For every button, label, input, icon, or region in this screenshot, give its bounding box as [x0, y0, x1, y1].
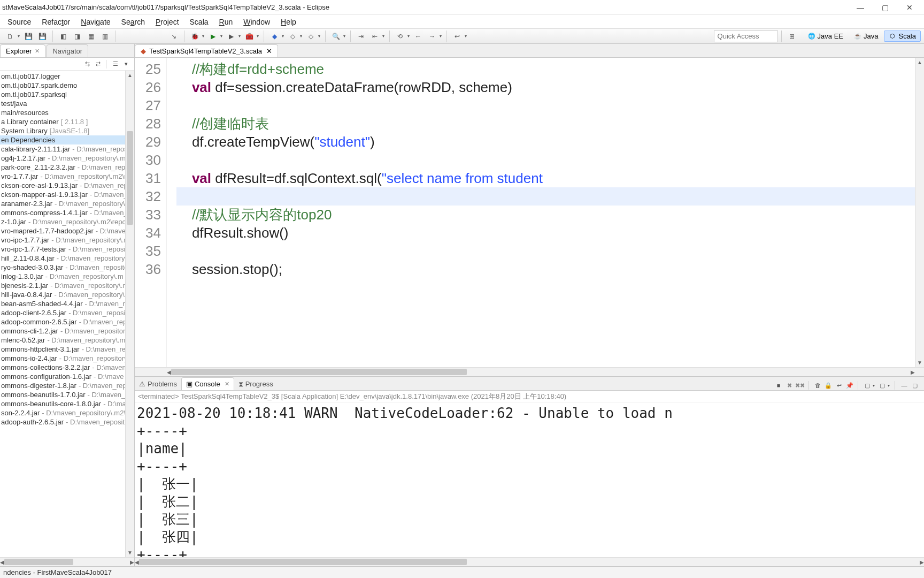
maximize-view-button[interactable]: ▢ [910, 381, 920, 390]
dropdown-icon[interactable]: ▾ [17, 34, 21, 39]
tab-explorer[interactable]: Explorer ✕ [0, 44, 45, 57]
scroll-up-button[interactable]: ▲ [915, 58, 924, 67]
tree-item-jar[interactable]: hill-java-0.8.4.jar - D:\maven_repositor… [0, 290, 125, 299]
close-button[interactable]: ✕ [897, 1, 922, 14]
console-word-wrap-button[interactable]: ↩ [834, 381, 844, 390]
menu-window[interactable]: Window [238, 16, 275, 28]
new-class-button[interactable]: ◧ [57, 31, 69, 42]
tree-item-jar[interactable]: son-2.2.4.jar - D:\maven_repository\.m2\ [0, 408, 125, 417]
tree-horizontal-scrollbar[interactable]: ◀ ▶ [0, 557, 134, 566]
tree-item-jar[interactable]: ommons-digester-1.8.jar - D:\maven_rep [0, 381, 125, 390]
close-icon[interactable]: ✕ [225, 381, 229, 387]
toggle-mark-button[interactable]: ⟲ [394, 31, 406, 42]
dropdown-icon[interactable]: ▾ [887, 383, 891, 388]
close-icon[interactable]: ✕ [266, 47, 272, 55]
dropdown-icon[interactable]: ▾ [464, 34, 468, 39]
dropdown-icon[interactable]: ▾ [256, 34, 260, 39]
menu-help[interactable]: Help [275, 16, 302, 28]
console-remove-button[interactable]: ✖ [784, 381, 794, 390]
scroll-thumb[interactable] [171, 369, 467, 375]
tree-item-jar[interactable]: adoop-auth-2.6.5.jar - D:\maven_reposit [0, 417, 125, 427]
new-doc-button[interactable]: ◇ [305, 31, 317, 42]
tree-item-jar[interactable]: vro-ipc-1.7.7-tests.jar - D:\maven_repos… [0, 245, 125, 254]
tab-problems[interactable]: ⚠Problems [135, 377, 181, 390]
skip-breakpoints-button[interactable]: ↘ [168, 31, 180, 42]
tab-navigator[interactable]: Navigator [47, 44, 88, 57]
editor-tab-active[interactable]: ◆ TestSparkSql4TempTableV2_3.scala ✕ [135, 44, 278, 57]
console-horizontal-scrollbar[interactable]: ◀ ▶ [135, 557, 924, 566]
console-pin-button[interactable]: 📌 [845, 381, 854, 390]
dropdown-icon[interactable]: ▾ [299, 34, 304, 39]
package-explorer-tree[interactable]: om.tl.job017.loggerom.tl.job017.spark.de… [0, 71, 125, 557]
external-tools-button[interactable]: 🧰 [243, 31, 255, 42]
save-button[interactable]: 💾 [22, 31, 34, 42]
back-button[interactable]: ← [412, 31, 424, 42]
scroll-left-button[interactable]: ◀ [0, 558, 4, 567]
maximize-button[interactable]: ▢ [873, 1, 897, 14]
dropdown-icon[interactable]: ▾ [220, 34, 224, 39]
view-menu-button[interactable]: ▾ [121, 59, 131, 69]
tree-item-jar[interactable]: ommons-collections-3.2.2.jar - D:\maven [0, 363, 125, 372]
run-last-button[interactable]: ▶ [225, 31, 237, 42]
tree-item-jar[interactable]: ommons-cli-1.2.jar - D:\maven_repositor [0, 326, 125, 336]
scroll-up-button[interactable]: ▲ [126, 71, 134, 80]
tree-item[interactable]: a Library container [ 2.11.8 ] [0, 117, 125, 126]
dropdown-icon[interactable]: ▾ [407, 34, 411, 39]
new-project-button[interactable]: ▥ [99, 31, 111, 42]
dropdown-icon[interactable]: ▾ [382, 34, 386, 39]
tree-item-jar[interactable]: aranamer-2.3.jar - D:\maven_repository\. [0, 199, 125, 208]
tree-item[interactable]: om.tl.job017.spark.demo [0, 81, 125, 90]
new-trait-button[interactable]: ◨ [71, 31, 83, 42]
tree-item[interactable]: test/java [0, 99, 125, 108]
perspective-java[interactable]: ☕Java [849, 31, 883, 42]
dropdown-icon[interactable]: ▾ [281, 34, 286, 39]
prev-annotation-button[interactable]: ⇤ [369, 31, 381, 42]
console-open-button[interactable]: ▢ [877, 381, 887, 390]
editor-vertical-scrollbar[interactable]: ▲ ▼ [915, 58, 924, 367]
tree-item-jar[interactable]: ommons-httpclient-3.1.jar - D:\maven_re [0, 345, 125, 354]
menu-refactor[interactable]: Refactor [36, 16, 75, 28]
forward-button[interactable]: → [426, 31, 438, 42]
console-display-button[interactable]: ▢ [863, 381, 872, 390]
tree-item-jar[interactable]: bjenesis-2.1.jar - D:\maven_repository\.… [0, 281, 125, 290]
last-edit-button[interactable]: ↩ [451, 31, 463, 42]
tree-item-jar[interactable]: ryo-shaded-3.0.3.jar - D:\maven_reposito [0, 263, 125, 272]
tree-item-jar[interactable]: ckson-mapper-asl-1.9.13.jar - D:\maven_ [0, 190, 125, 199]
tree-item-jar[interactable]: park-core_2.11-2.3.2.jar - D:\maven_repo [0, 163, 125, 172]
new-other-button[interactable]: ◇ [287, 31, 298, 42]
menu-project[interactable]: Project [150, 16, 184, 28]
dropdown-icon[interactable]: ▾ [872, 383, 876, 388]
code-editor[interactable]: 252627282930313233343536 //构建df=rdd+sche… [135, 58, 924, 367]
scroll-thumb[interactable] [127, 131, 133, 225]
next-annotation-button[interactable]: ⇥ [355, 31, 367, 42]
focus-button[interactable]: ☰ [111, 59, 120, 69]
editor-horizontal-scrollbar[interactable]: ◀ ▶ [135, 367, 924, 376]
console-output[interactable]: 2021-08-20 10:18:41 WARN NativeCodeLoade… [135, 402, 924, 557]
tab-progress[interactable]: ⧗Progress [234, 377, 278, 390]
menu-search[interactable]: Search [116, 16, 150, 28]
tree-item-jar[interactable]: hill_2.11-0.8.4.jar - D:\maven_repositor… [0, 254, 125, 263]
tree-item[interactable]: main/resources [0, 108, 125, 117]
tab-console[interactable]: ▣Console✕ [181, 377, 234, 390]
tree-item-jar[interactable]: mlenc-0.52.jar - D:\maven_repository\.m2 [0, 336, 125, 345]
dropdown-icon[interactable]: ▾ [343, 34, 347, 39]
minimize-view-button[interactable]: — [899, 381, 909, 390]
save-all-button[interactable]: 💾 [36, 31, 48, 42]
console-scroll-lock-button[interactable]: 🔒 [823, 381, 833, 390]
tree-item-jar[interactable]: ckson-core-asl-1.9.13.jar - D:\maven_rep [0, 181, 125, 190]
quick-access-input[interactable] [714, 31, 778, 42]
dropdown-icon[interactable]: ▾ [439, 34, 443, 39]
tree-vertical-scrollbar[interactable]: ▲ ▼ [125, 71, 134, 557]
tree-item-jar[interactable]: vro-ipc-1.7.7.jar - D:\maven_repository\… [0, 235, 125, 245]
search-button[interactable]: 🔍 [330, 31, 342, 42]
tree-item-jar[interactable]: bean-asm5-shaded-4.4.jar - D:\maven_re [0, 299, 125, 308]
console-terminate-button[interactable]: ■ [774, 381, 783, 390]
console-clear-button[interactable]: 🗑 [813, 381, 822, 390]
close-icon[interactable]: ✕ [35, 48, 40, 55]
menu-run[interactable]: Run [214, 16, 238, 28]
link-editor-button[interactable]: ⇄ [93, 59, 103, 69]
scroll-down-button[interactable]: ▼ [915, 358, 924, 367]
scroll-right-button[interactable]: ▶ [920, 558, 924, 567]
dropdown-icon[interactable]: ▾ [318, 34, 322, 39]
menu-navigate[interactable]: Navigate [75, 16, 116, 28]
